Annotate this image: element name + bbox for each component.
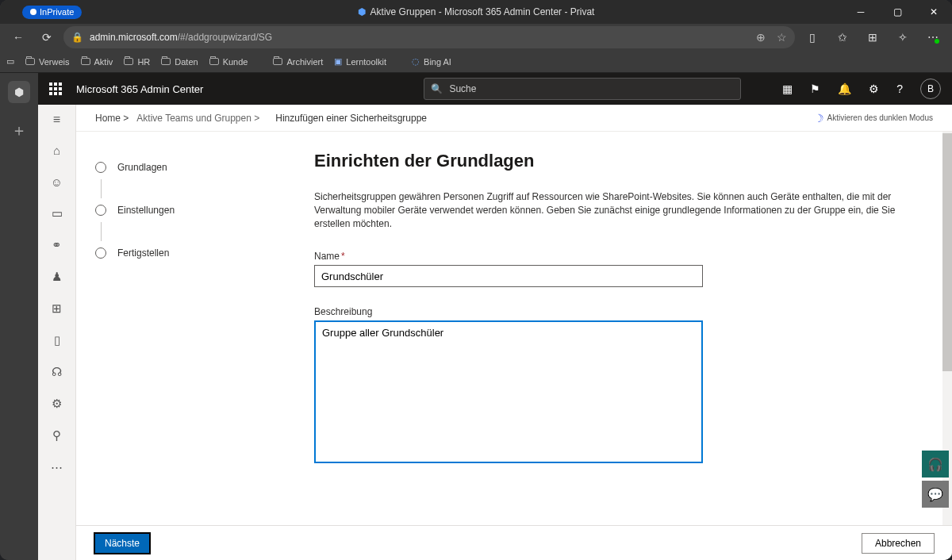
cancel-button[interactable]: Abbrechen xyxy=(862,533,935,554)
lock-icon: 🔒 xyxy=(71,32,83,43)
sidebar-app-icon[interactable]: ⬢ xyxy=(8,81,30,103)
refresh-button[interactable]: ⟳ xyxy=(35,25,59,49)
header-dashboard-icon[interactable]: ▦ xyxy=(782,82,793,95)
url-input[interactable]: 🔒 admin.microsoft.com/#/addgroupwizard/S… xyxy=(63,26,795,48)
more-icon[interactable]: ⋯ xyxy=(920,25,946,49)
app-brand: Microsoft 365 Admin Center xyxy=(76,83,203,95)
fav-item[interactable]: Aktiv xyxy=(81,57,113,67)
nav-devices-icon[interactable]: ▭ xyxy=(47,205,67,222)
fav-item[interactable]: Archiviert xyxy=(273,57,323,67)
dark-mode-toggle[interactable]: ☽ Aktivieren des dunklen Modus xyxy=(814,112,933,125)
favorite-star-icon[interactable]: ☆ xyxy=(777,31,787,44)
name-label: Name* xyxy=(314,251,904,262)
fav-item[interactable]: ▣Lerntoolkit xyxy=(334,56,386,67)
zoom-icon[interactable]: ⊕ xyxy=(756,31,766,44)
breadcrumb-current: Hinzufügen einer Sicherheitsgruppe xyxy=(275,113,427,124)
nav-settings-icon[interactable]: ⚙ xyxy=(47,395,67,412)
address-bar: ← ⟳ 🔒 admin.microsoft.com/#/addgroupwiza… xyxy=(0,24,952,51)
window-maximize[interactable]: ▢ xyxy=(879,0,916,24)
favorites-icon[interactable]: ✩ xyxy=(830,25,855,49)
nav-users-icon[interactable]: ☺ xyxy=(47,173,67,190)
breadcrumb-bar: Home > Aktive Teams und Gruppen > Hinzuf… xyxy=(76,105,952,132)
wizard-step[interactable]: Fertigstellen xyxy=(95,241,295,265)
breadcrumb-level2[interactable]: Aktive Teams und Gruppen > xyxy=(136,113,259,124)
search-input[interactable]: 🔍 Suche xyxy=(424,78,741,100)
name-input[interactable] xyxy=(314,265,703,287)
app-launcher-icon[interactable] xyxy=(49,82,62,95)
page-heading: Einrichten der Grundlagen xyxy=(314,151,904,171)
back-button[interactable]: ← xyxy=(6,25,30,49)
inprivate-badge: InPrivate xyxy=(22,6,82,19)
fav-item[interactable]: Verweis xyxy=(25,57,70,67)
window-close[interactable]: ✕ xyxy=(916,0,952,24)
nav-setup-icon[interactable]: ⚲ xyxy=(47,427,67,444)
page-description: Sicherheitsgruppen gewähren Personen Zug… xyxy=(314,190,904,230)
description-label: Beschreibung xyxy=(314,306,904,317)
breadcrumb-home[interactable]: Home > xyxy=(95,113,129,124)
header-bell-icon[interactable]: 🔔 xyxy=(838,82,851,95)
fav-placeholder-icon[interactable]: ▭ xyxy=(6,56,14,67)
wizard-steps: Grundlagen Einstellungen Fertigstellen xyxy=(76,132,314,525)
header-avatar[interactable]: B xyxy=(920,79,941,99)
wizard-step[interactable]: Einstellungen xyxy=(95,198,295,222)
description-textarea[interactable] xyxy=(314,320,703,463)
fav-item[interactable]: Daten xyxy=(161,57,198,67)
nav-rail: ≡ ⌂ ☺ ▭ ⚭ ♟ ⊞ ▯ ☊ ⚙ ⚲ ⋯ xyxy=(38,105,76,560)
sidebar-add-button[interactable]: ＋ xyxy=(8,119,30,141)
extensions-icon[interactable]: ✧ xyxy=(890,25,916,49)
header-settings-icon[interactable]: ⚙ xyxy=(869,82,879,95)
tab-title: Aktive Gruppen - Microsoft 365 Admin Cen… xyxy=(370,6,595,17)
nav-resources-icon[interactable]: ⊞ xyxy=(47,300,67,317)
fav-item[interactable]: Kunde xyxy=(209,57,248,67)
edge-sidebar: ⬢ ＋ xyxy=(0,73,38,560)
nav-hamburger-icon[interactable]: ≡ xyxy=(53,113,60,127)
m365-header: Microsoft 365 Admin Center 🔍 Suche ▦ ⚑ 🔔… xyxy=(38,73,952,105)
moon-icon: ☽ xyxy=(814,112,824,125)
nav-home-icon[interactable]: ⌂ xyxy=(47,141,67,159)
nav-support-icon[interactable]: ☊ xyxy=(47,363,67,381)
nav-billing-icon[interactable]: ▯ xyxy=(47,332,67,349)
header-flag-icon[interactable]: ⚑ xyxy=(810,82,820,95)
fav-item[interactable]: ◌Bing AI xyxy=(412,56,451,67)
feedback-widget-icon[interactable]: 💬 xyxy=(922,481,949,508)
tab-favicon: ⬢ xyxy=(358,6,366,17)
fav-item[interactable]: HR xyxy=(124,57,150,67)
window-minimize[interactable]: ─ xyxy=(843,0,879,24)
nav-roles-icon[interactable]: ♟ xyxy=(47,268,67,286)
header-help-icon[interactable]: ? xyxy=(896,82,903,95)
nav-groups-icon[interactable]: ⚭ xyxy=(47,236,67,254)
wizard-footer: Nächste Abbrechen xyxy=(76,525,952,560)
collections-icon[interactable]: ⊞ xyxy=(860,25,885,49)
next-button[interactable]: Nächste xyxy=(94,532,151,554)
wizard-step[interactable]: Grundlagen xyxy=(95,155,295,179)
nav-more-icon[interactable]: ⋯ xyxy=(47,458,67,476)
reading-list-icon[interactable]: ▯ xyxy=(800,25,825,49)
window-titlebar: InPrivate ⬢ Aktive Gruppen - Microsoft 3… xyxy=(0,0,952,24)
favorites-bar: ▭ Verweis Aktiv HR Daten Kunde Archivier… xyxy=(0,51,952,73)
search-icon: 🔍 xyxy=(431,83,443,94)
help-widget-icon[interactable]: 🎧 xyxy=(922,451,949,478)
